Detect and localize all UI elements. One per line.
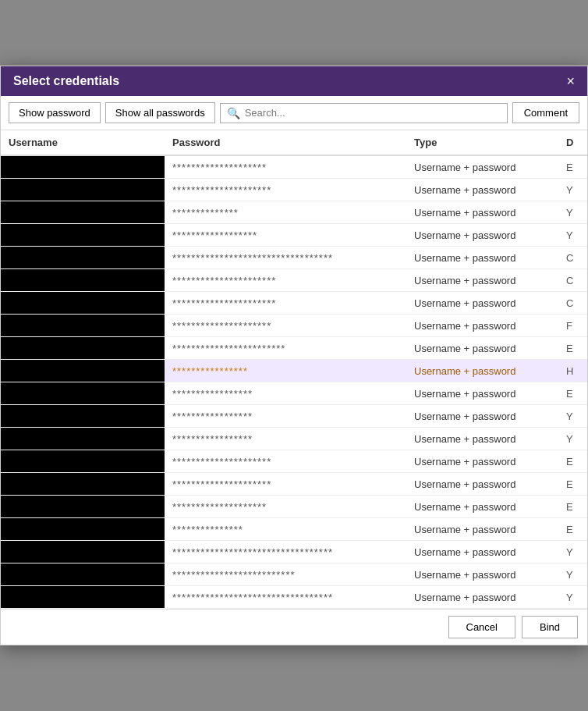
type-cell: Username + password xyxy=(406,315,558,336)
password-cell: ***************** xyxy=(165,406,406,427)
extra-cell: E xyxy=(558,383,587,404)
extra-cell: Y xyxy=(558,180,587,201)
password-cell: *************** xyxy=(165,519,406,540)
type-cell: Username + password xyxy=(406,451,558,472)
extra-cell: E xyxy=(558,519,587,540)
table-row[interactable]: **********************Username + passwor… xyxy=(1,292,587,315)
type-cell: Username + password xyxy=(406,247,558,268)
extra-cell: Y xyxy=(558,428,587,450)
username-cell xyxy=(1,563,165,585)
type-cell: Username + password xyxy=(406,202,558,223)
search-input[interactable] xyxy=(245,107,501,119)
type-cell: Username + password xyxy=(406,383,558,404)
password-cell: ********************* xyxy=(165,180,406,201)
extra-cell: Y xyxy=(558,225,587,246)
type-cell: Username + password xyxy=(406,519,558,540)
password-cell: **************** xyxy=(165,361,406,382)
password-cell: ************************** xyxy=(165,564,406,585)
username-cell xyxy=(1,405,165,427)
table-row[interactable]: *********************Username + password… xyxy=(1,450,587,473)
extra-cell: E xyxy=(558,338,587,359)
extra-cell: C xyxy=(558,247,587,268)
password-cell: ******************** xyxy=(165,496,406,517)
toolbar: Show password Show all passwords 🔍 Comme… xyxy=(1,96,587,130)
username-cell xyxy=(1,473,165,495)
type-cell: Username + password xyxy=(406,542,558,563)
username-cell xyxy=(1,382,165,404)
extra-cell: Y xyxy=(558,564,587,585)
table-row[interactable]: *****************Username + passwordY xyxy=(1,428,587,450)
table-row[interactable]: *********************Username + password… xyxy=(1,315,587,337)
password-cell: ********************** xyxy=(165,293,406,314)
show-all-passwords-button[interactable]: Show all passwords xyxy=(105,102,215,123)
username-cell xyxy=(1,541,165,563)
close-button[interactable]: × xyxy=(566,74,575,88)
password-cell: ***************** xyxy=(165,383,406,404)
username-cell xyxy=(1,586,165,608)
col-password: Password xyxy=(165,130,406,155)
password-cell: ************************ xyxy=(165,338,406,359)
extra-cell: Y xyxy=(558,587,587,608)
extra-cell: F xyxy=(558,315,587,336)
table-row[interactable]: **********************Username + passwor… xyxy=(1,269,587,292)
type-cell: Username + password xyxy=(406,270,558,291)
username-cell xyxy=(1,496,165,517)
username-cell xyxy=(1,450,165,472)
table-row[interactable]: *****************Username + passwordY xyxy=(1,405,587,428)
type-cell: Username + password xyxy=(406,293,558,314)
table-row[interactable]: *****************Username + passwordE xyxy=(1,382,587,405)
type-cell: Username + password xyxy=(406,496,558,517)
extra-cell: Y xyxy=(558,542,587,563)
type-cell: Username + password xyxy=(406,428,558,450)
show-password-button[interactable]: Show password xyxy=(9,102,101,123)
table-row[interactable]: ************************Username + passw… xyxy=(1,337,587,360)
username-cell xyxy=(1,156,165,178)
table-row[interactable]: ****************Username + passwordH xyxy=(1,360,587,382)
table-row[interactable]: **********************************Userna… xyxy=(1,541,587,563)
username-cell xyxy=(1,269,165,291)
table-row[interactable]: *********************Username + password… xyxy=(1,473,587,496)
table-row[interactable]: **********************************Userna… xyxy=(1,247,587,269)
table-row[interactable]: *********************Username + password… xyxy=(1,179,587,201)
extra-cell: Y xyxy=(558,406,587,427)
extra-cell: E xyxy=(558,157,587,178)
username-cell xyxy=(1,247,165,268)
password-cell: ****************** xyxy=(165,225,406,246)
extra-cell: E xyxy=(558,496,587,517)
password-cell: ********************* xyxy=(165,474,406,495)
extra-cell: C xyxy=(558,293,587,314)
password-cell: ********************* xyxy=(165,315,406,336)
table-row[interactable]: ********************Username + passwordE xyxy=(1,156,587,179)
table-row[interactable]: ***************Username + passwordE xyxy=(1,518,587,541)
password-cell: ***************** xyxy=(165,428,406,450)
extra-cell: E xyxy=(558,451,587,472)
table-row[interactable]: ********************Username + passwordE xyxy=(1,496,587,518)
username-cell xyxy=(1,201,165,223)
table-row[interactable]: **************Username + passwordY xyxy=(1,201,587,224)
password-cell: ********************************** xyxy=(165,542,406,563)
cancel-button[interactable]: Cancel xyxy=(448,616,515,638)
password-cell: ******************** xyxy=(165,157,406,178)
username-cell xyxy=(1,428,165,450)
type-cell: Username + password xyxy=(406,587,558,608)
dialog-title: Select credentials xyxy=(13,74,119,88)
type-cell: Username + password xyxy=(406,361,558,382)
extra-cell: E xyxy=(558,474,587,495)
search-icon: 🔍 xyxy=(227,107,240,119)
table-row[interactable]: ******************Username + passwordY xyxy=(1,224,587,247)
bind-button[interactable]: Bind xyxy=(522,616,578,638)
comment-button[interactable]: Comment xyxy=(512,102,579,123)
col-type: Type xyxy=(406,130,558,155)
table-header: Username Password Type D xyxy=(1,130,587,156)
table-row[interactable]: **********************************Userna… xyxy=(1,586,587,609)
username-cell xyxy=(1,360,165,382)
col-username: Username xyxy=(1,130,165,155)
table-row[interactable]: **************************Username + pas… xyxy=(1,563,587,586)
extra-cell: H xyxy=(558,361,587,382)
password-cell: ********************** xyxy=(165,270,406,291)
type-cell: Username + password xyxy=(406,338,558,359)
extra-cell: C xyxy=(558,270,587,291)
col-extra: D xyxy=(558,130,588,155)
title-bar: Select credentials × xyxy=(1,66,587,96)
username-cell xyxy=(1,518,165,540)
